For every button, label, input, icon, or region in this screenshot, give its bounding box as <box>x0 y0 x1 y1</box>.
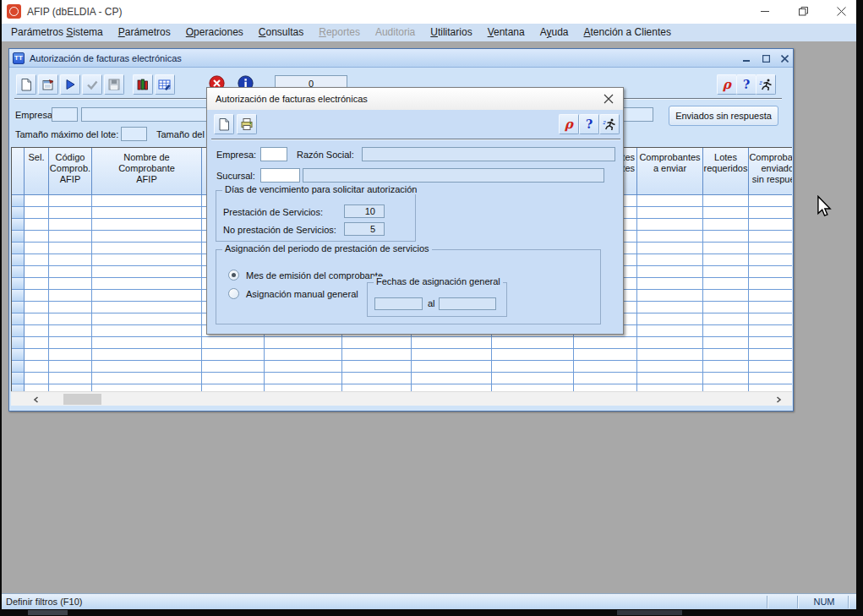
grid-cell[interactable] <box>265 373 342 384</box>
help-button[interactable]: ? <box>736 74 756 95</box>
grid-cell[interactable] <box>92 243 202 254</box>
column-header-lotes[interactable]: Lotes requeridos <box>703 148 749 195</box>
grid-cell[interactable] <box>703 219 749 231</box>
prestacion-field[interactable]: 10 <box>344 204 385 218</box>
grid-cell[interactable] <box>92 349 202 361</box>
grid-cell[interactable] <box>92 266 202 278</box>
grid-cell[interactable] <box>49 337 92 349</box>
grid-cell[interactable] <box>749 266 792 278</box>
close-button[interactable] <box>828 0 854 22</box>
grid-cell[interactable] <box>492 373 574 384</box>
grid-cell[interactable] <box>703 313 749 325</box>
grid-row[interactable] <box>12 349 792 361</box>
menu-utilitarios[interactable]: Utilitarios <box>423 24 479 41</box>
grid-cell[interactable] <box>703 254 749 266</box>
column-header-comprobantes[interactable]: Comprobantes a enviar <box>637 148 703 195</box>
grid-cell[interactable] <box>25 231 49 243</box>
column-header-sel[interactable]: Sel. <box>25 148 49 195</box>
grid-cell[interactable] <box>342 361 412 373</box>
grid-cell[interactable] <box>637 302 703 313</box>
grid-cell[interactable] <box>703 243 749 254</box>
grid-cell[interactable] <box>92 325 202 337</box>
grid-cell[interactable] <box>92 313 202 325</box>
grid-cell[interactable] <box>202 349 265 361</box>
grid-cell[interactable] <box>92 195 202 207</box>
grid-cell[interactable] <box>637 278 703 290</box>
grid-cell[interactable] <box>703 207 749 219</box>
grid-cell[interactable] <box>25 254 49 266</box>
grid-cell[interactable] <box>49 207 92 219</box>
grid-cell[interactable] <box>25 243 49 254</box>
row-header-cell[interactable] <box>12 290 25 302</box>
child-maximize-button[interactable] <box>759 52 773 64</box>
grid-cell[interactable] <box>49 325 92 337</box>
radio-asignacion-manual[interactable] <box>228 288 239 299</box>
grid-cell[interactable] <box>49 266 92 278</box>
grid-cell[interactable] <box>92 361 202 373</box>
row-header-cell[interactable] <box>12 231 25 243</box>
new-document-button[interactable] <box>214 114 234 134</box>
grid-cell[interactable] <box>749 243 792 254</box>
grid-cell[interactable] <box>49 219 92 231</box>
grid-cell[interactable] <box>703 302 749 313</box>
child-minimize-button[interactable] <box>740 52 753 64</box>
grid-cell[interactable] <box>637 207 703 219</box>
grid-cell[interactable] <box>202 373 265 384</box>
grid-cell[interactable] <box>92 278 202 290</box>
grid-cell[interactable] <box>637 325 703 337</box>
grid-cell[interactable] <box>342 337 412 349</box>
grid-cell[interactable] <box>265 349 342 361</box>
grid-cell[interactable] <box>25 325 49 337</box>
grid-cell[interactable] <box>342 373 412 384</box>
row-header-cell[interactable] <box>12 325 25 337</box>
row-header-cell[interactable] <box>12 337 25 349</box>
grid-cell[interactable] <box>492 349 574 361</box>
grid-cell[interactable] <box>703 195 749 207</box>
grid-cell[interactable] <box>265 337 342 349</box>
horizontal-scrollbar[interactable] <box>11 391 792 406</box>
grid-cell[interactable] <box>703 337 749 349</box>
grid-cell[interactable] <box>25 384 49 391</box>
grid-cell[interactable] <box>749 219 792 231</box>
grid-cell[interactable] <box>49 254 92 266</box>
grid-cell[interactable] <box>637 219 703 231</box>
column-header-nombre-de[interactable]: Nombre de Comprobante AFIP <box>92 148 202 195</box>
menu-reportes[interactable]: Reportes <box>311 24 368 41</box>
grid-cell[interactable] <box>703 278 749 290</box>
grid-cell[interactable] <box>574 384 637 391</box>
grid-cell[interactable] <box>92 337 202 349</box>
row-header-cell[interactable] <box>12 243 25 254</box>
no-prestacion-field[interactable]: 5 <box>344 222 385 236</box>
grid-cell[interactable] <box>25 266 49 278</box>
grid-cell[interactable] <box>703 384 749 391</box>
grid-cell[interactable] <box>492 337 574 349</box>
grid-cell[interactable] <box>749 254 792 266</box>
child-close-button[interactable] <box>778 52 791 64</box>
grid-cell[interactable] <box>202 337 265 349</box>
menu-parametros[interactable]: Parámetros <box>111 24 178 41</box>
dlg-sucursal-field[interactable] <box>260 168 300 183</box>
grid-cell[interactable] <box>92 207 202 219</box>
grid-cell[interactable] <box>92 254 202 266</box>
save-button[interactable] <box>104 74 124 95</box>
grid-cell[interactable] <box>574 349 637 361</box>
grid-cell[interactable] <box>412 384 492 391</box>
grid-cell[interactable] <box>92 231 202 243</box>
grid-cell[interactable] <box>25 302 49 313</box>
grid-cell[interactable] <box>637 313 703 325</box>
grid-cell[interactable] <box>92 302 202 313</box>
grid-cell[interactable] <box>637 361 703 373</box>
grid-cell[interactable] <box>749 195 792 207</box>
grid-cell[interactable] <box>703 290 749 302</box>
grid-row[interactable] <box>12 384 792 391</box>
grid-cell[interactable] <box>25 195 49 207</box>
fecha-hasta-field[interactable] <box>439 297 496 310</box>
grid-cell[interactable] <box>637 195 703 207</box>
scroll-right-icon[interactable] <box>772 394 785 406</box>
grid-cell[interactable] <box>749 313 792 325</box>
help-button[interactable]: ? <box>579 114 599 134</box>
grid-cell[interactable] <box>265 384 342 391</box>
row-header-cell[interactable] <box>12 219 25 231</box>
grid-cell[interactable] <box>749 302 792 313</box>
enviados-sin-respuesta-button[interactable]: Enviados sin respuesta <box>669 106 778 126</box>
